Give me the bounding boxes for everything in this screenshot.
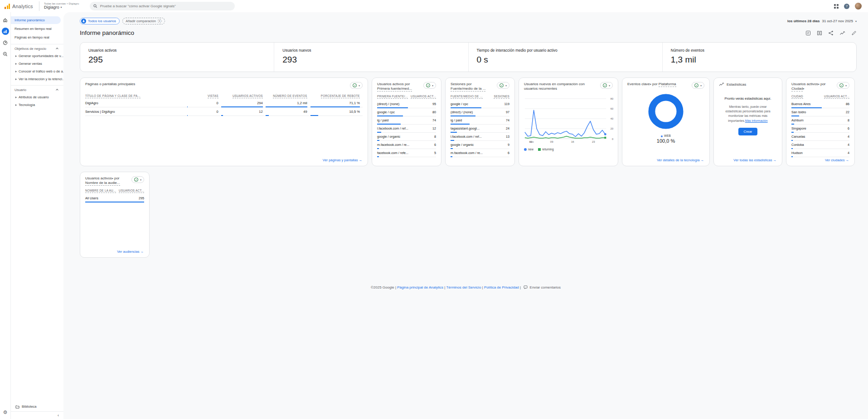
card-title[interactable]: Sesiones porFuente/medio de la ... — [451, 82, 485, 92]
list-item[interactable]: l.facebook.com / ref...12 — [377, 125, 436, 133]
sidebar-item-resumen-tiempo-real[interactable]: Resumen en tiempo real — [11, 25, 61, 33]
list-item[interactable]: google / cpc119 — [451, 100, 509, 108]
sidebar-item-tecnologia[interactable]: Tecnología — [11, 101, 63, 109]
column-header[interactable]: USUARIOS ACTIVOS — [233, 94, 263, 98]
column-header[interactable]: SESIONES — [494, 95, 509, 99]
list-item[interactable]: All Users295 — [85, 194, 144, 202]
list-item[interactable]: (direct) / (none)97 — [451, 108, 509, 116]
view-cities-link[interactable]: Ver ciudades → — [825, 158, 849, 162]
legend-dot-web — [661, 135, 663, 137]
insights-icon[interactable] — [839, 30, 845, 36]
list-item[interactable]: m.facebook.com / re...6 — [377, 141, 436, 149]
segment-chip-all-users[interactable]: Todos los usuarios — [80, 18, 120, 24]
check-circle-icon: ✓ — [499, 83, 504, 87]
column-header[interactable]: CIUDAD — [791, 95, 803, 99]
data-quality-badge[interactable]: ✓▾ — [131, 176, 144, 183]
list-item[interactable]: Canuelas4 — [791, 133, 849, 141]
kpi-usuarios-activos[interactable]: Usuarios activos 295 — [80, 43, 274, 72]
list-item[interactable]: m.facebook.com / re...6 — [451, 149, 509, 157]
card-title[interactable]: Usuarios activos porPrimera fuente/med..… — [377, 82, 412, 92]
list-item[interactable]: ig / paid74 — [377, 116, 436, 125]
list-item[interactable]: San Isidro22 — [791, 108, 849, 116]
analytics-home-link[interactable]: Página principal de Analytics — [397, 285, 443, 289]
view-technology-link[interactable]: Ver detalles de la tecnología → — [657, 158, 704, 162]
kpi-usuarios-nuevos[interactable]: Usuarios nuevos 293 — [274, 43, 468, 72]
list-item[interactable]: ig / paid74 — [451, 116, 509, 125]
share-icon[interactable] — [828, 30, 834, 36]
settings-gear-icon[interactable]: ⚙ — [3, 409, 8, 419]
list-item[interactable]: facebook.com / refe...5 — [377, 149, 436, 157]
data-quality-badge[interactable]: ✓▾ — [837, 82, 849, 89]
add-comparison-chip[interactable]: Añadir comparación + — [122, 18, 165, 24]
home-icon[interactable] — [2, 16, 9, 24]
feedback-icon[interactable] — [805, 30, 811, 36]
list-item[interactable]: Cordoba4 — [791, 141, 849, 149]
data-quality-badge[interactable]: ✓▾ — [423, 82, 436, 89]
data-quality-badge[interactable]: ✓▾ — [692, 82, 704, 89]
kpi-value: 293 — [282, 55, 468, 65]
sidebar-item-conocer-trafico[interactable]: Conocer el tráfico web o de a... — [11, 67, 63, 75]
data-quality-badge[interactable]: ✓▾ — [600, 82, 613, 89]
sidebar-item-ver-interaccion[interactable]: Ver la interacción y la retenci... — [11, 75, 63, 83]
sidebar-item-biblioteca[interactable]: Biblioteca — [11, 402, 63, 411]
table-row[interactable]: Servicios | DigiAgro 0 12 49 10,5 % — [85, 107, 363, 116]
table-row[interactable]: DigiAgro 0 294 1,2 mil 71,1 % — [85, 99, 363, 107]
search-input[interactable] — [100, 4, 231, 8]
collapse-sidebar-icon[interactable]: ‹ — [58, 413, 59, 418]
column-header[interactable]: PRIMERA FUENTE/... — [377, 95, 408, 99]
card-title[interactable]: Usuarios activos▾ porNombre de la audie.… — [85, 176, 120, 186]
sidebar-item-generar-ventas[interactable]: Generar ventas — [11, 60, 63, 67]
edit-icon[interactable] — [851, 30, 857, 36]
sidebar-item-informe-panoramico[interactable]: Informe panorámico — [11, 16, 61, 24]
card-title[interactable]: Usuarios activos▾ porCiudad▾ — [791, 82, 826, 92]
avatar[interactable] — [855, 3, 862, 10]
list-item[interactable]: Singapore6 — [791, 125, 849, 133]
list-item[interactable]: Hudson4 — [791, 149, 849, 157]
column-header[interactable]: USUARIOS ACT... — [824, 95, 849, 99]
column-header[interactable]: NÚMERO DE EVENTOS — [273, 94, 307, 98]
account-switcher[interactable]: Todas las cuentas > Digiagro Digiagro▾ — [39, 1, 83, 10]
help-icon[interactable]: ? — [844, 4, 849, 9]
reports-icon[interactable] — [2, 28, 9, 35]
card-title[interactable]: Eventos clave▾ por Plataforma — [627, 82, 676, 87]
sidebar-item-paginas-tiempo-real[interactable]: Páginas en tiempo real — [11, 34, 61, 41]
view-audiences-link[interactable]: Ver audiencias → — [117, 250, 144, 254]
column-header[interactable]: TÍTULO DE PÁGINA Y CLASE DE PA... — [85, 94, 141, 98]
search-bar[interactable] — [90, 2, 235, 10]
send-feedback-link[interactable]: Enviar comentarios — [530, 285, 561, 289]
date-range-picker[interactable]: los últimos 28 días 31 oct-27 nov 2025 ▾ — [787, 19, 857, 23]
list-item[interactable]: (direct) / (none)95 — [377, 100, 436, 108]
list-item[interactable]: l.facebook.com / ref...13 — [451, 133, 509, 141]
column-header[interactable]: NOMBRE DE LA AU... — [85, 189, 116, 193]
list-item[interactable]: Buenos Aires86 — [791, 100, 849, 108]
data-quality-badge[interactable]: ✓▾ — [350, 82, 363, 89]
list-item[interactable]: tagassistant.googl...24 — [451, 125, 509, 133]
create-button[interactable]: Crear — [738, 128, 758, 135]
view-pages-link[interactable]: Ver páginas y pantallas → — [323, 158, 362, 162]
explore-icon[interactable] — [2, 50, 9, 58]
column-header[interactable]: FUENTE/MEDIO DE ... — [451, 95, 483, 99]
kpi-tiempo-interaccion[interactable]: Tiempo de interacción medio por usuario … — [468, 43, 662, 72]
learn-more-link[interactable]: Más información — [745, 119, 768, 122]
view-all-insights-link[interactable]: Ver todas las estadísticas → — [733, 158, 776, 162]
columns-icon[interactable] — [817, 30, 822, 36]
column-header[interactable]: USUARIOS ACT... — [119, 189, 144, 193]
analytics-logo[interactable]: Analytics — [0, 4, 39, 9]
list-item[interactable]: google / organic9 — [451, 141, 509, 149]
sidebar-section-objetivos[interactable]: Objetivos de negocio — [11, 44, 63, 52]
list-item[interactable]: Ashburn8 — [791, 116, 849, 125]
apps-grid-icon[interactable] — [834, 4, 839, 9]
advertising-icon[interactable] — [2, 39, 9, 46]
column-header[interactable]: VISTAS — [208, 94, 218, 98]
sidebar-section-usuario[interactable]: Usuario — [11, 85, 63, 93]
list-item[interactable]: google / organic8 — [377, 133, 436, 141]
kpi-numero-eventos[interactable]: Número de eventos 1,3 mil — [662, 43, 856, 72]
terms-link[interactable]: Términos del Servicio — [446, 285, 481, 289]
column-header[interactable]: USUARIOS ACT... — [411, 95, 436, 99]
column-header[interactable]: PORCENTAJE DE REBOTE — [321, 94, 360, 98]
data-quality-badge[interactable]: ✓▾ — [497, 82, 509, 89]
list-item[interactable]: google / cpc80 — [377, 108, 436, 116]
sidebar-item-generar-oportunidades[interactable]: Generar oportunidades de v... — [11, 52, 63, 60]
sidebar-item-atributos-usuario[interactable]: Atributos de usuario — [11, 93, 63, 101]
privacy-link[interactable]: Política de Privacidad — [484, 285, 519, 289]
